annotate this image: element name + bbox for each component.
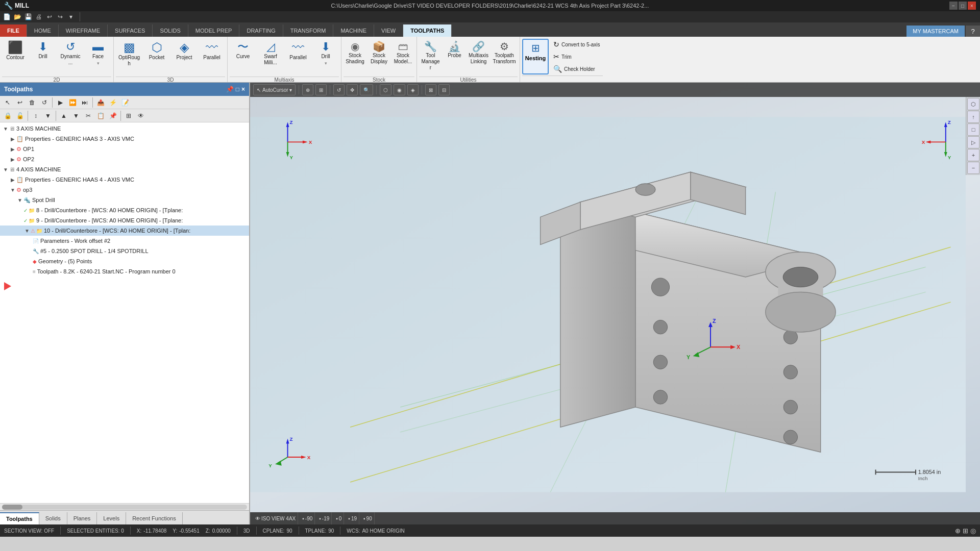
nesting-button[interactable]: ⊞ Nesting xyxy=(522,39,549,74)
autocursor-button[interactable]: ↖ AutoCursor ▾ xyxy=(253,84,296,95)
panel-float-button[interactable]: □ xyxy=(236,86,239,93)
my-mastercam-button[interactable]: MY MASTERCAM xyxy=(906,26,965,37)
optirough-button[interactable]: ▩ OptiRough xyxy=(116,39,142,74)
minimize-button[interactable]: − xyxy=(949,2,958,10)
tab-model-prep[interactable]: MODEL PREP xyxy=(188,24,240,37)
toggle-op1[interactable]: ▶ xyxy=(9,146,16,152)
tab-recent-functions[interactable]: Recent Functions xyxy=(126,512,183,524)
tab-planes-bottom[interactable]: Planes xyxy=(67,512,97,524)
render-button[interactable]: ◈ xyxy=(407,84,419,95)
redo-icon[interactable]: ↪ xyxy=(56,12,65,21)
wireframe-button[interactable]: ⬡ xyxy=(380,84,391,95)
toolpaths-tree[interactable]: ▼ 🖥 3 AXIS MACHINE ▶ 📋 Properties - GENE… xyxy=(0,122,249,503)
toggle-3axis[interactable]: ▼ xyxy=(2,126,9,132)
backplot-button[interactable]: ⏭ xyxy=(79,97,90,108)
tab-file[interactable]: FILE xyxy=(0,24,27,37)
tab-surfaces[interactable]: SURFACES xyxy=(108,24,153,37)
tab-solids[interactable]: SOLIDS xyxy=(153,24,188,37)
tree-item-toolpath-nc[interactable]: ≡ Toolpath - 8.2K - 6240-21 Start.NC - P… xyxy=(0,266,249,277)
view-spin-button[interactable]: ↺ xyxy=(333,84,345,95)
tab-levels-bottom[interactable]: Levels xyxy=(97,512,126,524)
select-all-button[interactable]: ↖ xyxy=(2,97,13,108)
panel-horizontal-scrollbar[interactable] xyxy=(0,503,249,510)
tree-item-3axis[interactable]: ▼ 🖥 3 AXIS MACHINE xyxy=(0,123,249,134)
toggle-op2[interactable]: ▶ xyxy=(9,157,16,162)
new-icon[interactable]: 📄 xyxy=(2,12,11,21)
view-right-button[interactable]: ▷ xyxy=(967,136,979,148)
swarf-button[interactable]: ◿ Swarf Milli... xyxy=(257,39,284,74)
sort-button[interactable]: ↕ xyxy=(30,110,41,121)
view-zoom-in-btn[interactable]: + xyxy=(967,149,979,161)
view-zoom-button[interactable]: 🔍 xyxy=(360,84,373,95)
grid-button[interactable]: ⊞ xyxy=(315,84,327,95)
stock-display-button[interactable]: 📦 Stock Display xyxy=(368,39,390,74)
tree-item-op10[interactable]: ▼ ⚠ 📁 10 - Drill/Counterbore - [WCS: A0 … xyxy=(0,226,249,236)
tab-wireframe[interactable]: WIREFRAME xyxy=(59,24,108,37)
tab-machine[interactable]: MACHINE xyxy=(333,24,374,37)
stock-shading-button[interactable]: ◉ Stock Shading xyxy=(344,39,366,74)
move-down-button[interactable]: ▼ xyxy=(70,110,82,121)
project-button[interactable]: ◈ Project xyxy=(171,39,198,74)
view-top-button[interactable]: ↑ xyxy=(967,111,979,123)
tab-transform[interactable]: TRANSFORM xyxy=(283,24,334,37)
view-pan-button[interactable]: ✥ xyxy=(347,84,358,95)
delete-button[interactable]: 🗑 xyxy=(27,97,38,108)
parallel-3d-button[interactable]: 〰 Parallel xyxy=(199,39,225,74)
undo-icon[interactable]: ↩ xyxy=(45,12,54,21)
tree-item-op9[interactable]: ✓ 📁 9 - Drill/Counterbore - [WCS: A0 HOM… xyxy=(0,215,249,226)
copy-button[interactable]: 📋 xyxy=(95,110,106,121)
maximize-button[interactable]: □ xyxy=(959,2,967,10)
tab-home[interactable]: HOME xyxy=(27,24,59,37)
contour-button[interactable]: ⬛ Contour xyxy=(2,39,29,74)
tree-item-op1[interactable]: ▶ ⚙ OP1 xyxy=(0,144,249,154)
model-viewport-area[interactable]: Z X Y Z xyxy=(250,97,966,512)
toolpath-transform-button[interactable]: ⚙ Toolpath Transform xyxy=(491,39,518,74)
view-front-button[interactable]: □ xyxy=(967,123,979,136)
3d-viewport[interactable]: ↖ AutoCursor ▾ ⊕ ⊞ ↺ ✥ 🔍 ⬡ ◉ ◈ ⊠ ⊟ xyxy=(250,83,980,524)
parallel-ma-button[interactable]: 〰 Parallel xyxy=(285,39,311,74)
toggle-4axis[interactable]: ▼ xyxy=(2,167,9,172)
tool-manager-button[interactable]: 🔧 Tool Manager xyxy=(419,39,442,74)
face-button[interactable]: ▬ Face ▾ xyxy=(85,39,111,74)
probe-button[interactable]: 🔬 Probe xyxy=(443,39,466,74)
curve-button[interactable]: 〜 Curve xyxy=(230,39,256,74)
cut-button[interactable]: ✂ xyxy=(83,110,94,121)
tab-toolpaths-bottom[interactable]: Toolpaths xyxy=(0,512,39,524)
multiaxis-linking-button[interactable]: 🔗 Multiaxis Linking xyxy=(467,39,490,74)
unlock-button[interactable]: 🔓 xyxy=(14,110,26,121)
dynamic-button[interactable]: ↺ Dynamic ... xyxy=(57,39,84,74)
highfeed-button[interactable]: ⚡ xyxy=(107,97,118,108)
tree-item-geometry[interactable]: ◆ Geometry - (5) Points xyxy=(0,256,249,266)
display-button[interactable]: 👁 xyxy=(135,110,146,121)
drill-ma-button[interactable]: ⬇ Drill ▾ xyxy=(312,39,339,74)
hscroll-thumb[interactable] xyxy=(2,505,22,510)
close-button[interactable]: × xyxy=(968,2,976,10)
toggle-props3[interactable]: ▶ xyxy=(9,136,16,142)
unzoom-button[interactable]: ⊟ xyxy=(438,84,450,95)
save-icon[interactable]: 💾 xyxy=(23,12,33,21)
move-up-button[interactable]: ▲ xyxy=(58,110,69,121)
lock-button[interactable]: 🔒 xyxy=(2,110,13,121)
convert-5axis-button[interactable]: ↻ Convert to 5-axis xyxy=(551,39,603,50)
tree-item-tool[interactable]: 🔧 #5 - 0.2500 SPOT DRILL - 1/4 SPOTDRILL xyxy=(0,246,249,256)
tab-toolpaths[interactable]: TOOLPATHS xyxy=(403,24,452,37)
tree-item-4axis[interactable]: ▼ 🖥 4 AXIS MACHINE xyxy=(0,164,249,174)
view-iso-button[interactable]: ⬡ xyxy=(967,98,979,110)
toggle-props4[interactable]: ▶ xyxy=(9,177,16,183)
toggle-op10[interactable]: ▼ xyxy=(23,228,31,234)
more-icon[interactable]: ▾ xyxy=(66,12,76,21)
trim-button[interactable]: ✂ Trim xyxy=(551,51,603,62)
deselect-button[interactable]: ↩ xyxy=(14,97,26,108)
simulate-button[interactable]: ⏩ xyxy=(67,97,78,108)
shaded-button[interactable]: ◉ xyxy=(394,84,405,95)
panel-pin-button[interactable]: 📌 xyxy=(226,86,234,93)
panel-close-button[interactable]: × xyxy=(241,86,245,93)
tab-view[interactable]: VIEW xyxy=(374,24,403,37)
view-zoom-out-btn[interactable]: − xyxy=(967,162,979,174)
verify-button[interactable]: ▶ xyxy=(55,97,66,108)
paste-button[interactable]: 📌 xyxy=(107,110,118,121)
tab-drafting[interactable]: DRAFTING xyxy=(239,24,283,37)
toggle-op3[interactable]: ▼ xyxy=(9,187,16,193)
tree-item-props3[interactable]: ▶ 📋 Properties - GENERIC HAAS 3 - AXIS V… xyxy=(0,134,249,144)
tree-item-spot-drill[interactable]: ▼ 🔩 Spot Drill xyxy=(0,195,249,205)
